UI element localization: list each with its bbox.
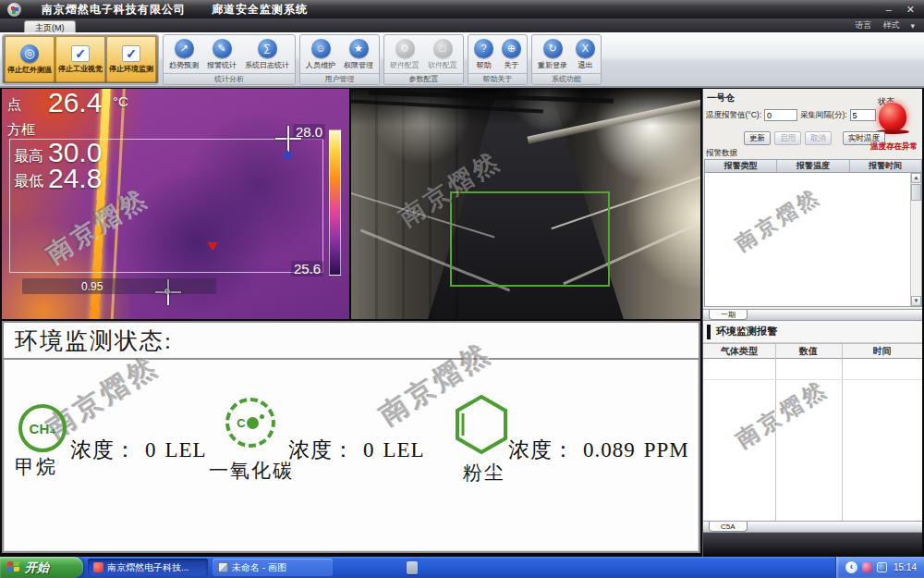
scrollbar[interactable]: ▲ ▼ bbox=[910, 173, 921, 306]
taskbar: 开始 南京熠然电子科技... 未命名 - 画图 ‹ 15:14 bbox=[0, 557, 924, 578]
min-temperature: 24.8 bbox=[48, 163, 102, 194]
software-config-button: □ 软件配置 bbox=[424, 37, 461, 72]
paint-icon bbox=[218, 562, 228, 572]
env-status-panel: 环境监测状态: 南京熠然 南京熠然 CH₄ 甲烷 浓度：0LEL C 一氧化碳 … bbox=[2, 321, 700, 553]
key-icon: ★ bbox=[349, 39, 369, 58]
tab-home[interactable]: 主页(M) bbox=[24, 20, 76, 32]
gear-icon: ⚙ bbox=[395, 39, 415, 58]
group-label: 帮助关于 bbox=[468, 73, 527, 84]
personnel-button[interactable]: ☺ 人员维护 bbox=[302, 37, 339, 72]
ribbon-group-users: ☺ 人员维护 ★ 权限管理 用户管理 bbox=[299, 34, 380, 85]
app-task-icon bbox=[93, 562, 103, 572]
group-label: 用户管理 bbox=[300, 73, 379, 84]
carbon-monoxide-icon: C bbox=[225, 398, 275, 448]
app-title: 廊道安全监测系统 bbox=[212, 2, 308, 18]
scroll-up-icon[interactable]: ▲ bbox=[911, 173, 921, 183]
right-panel: 一号仓 状态 温度报警值(°C): 采集间隔(分): 更新 启用 取消 实时温度… bbox=[702, 89, 922, 557]
alarm-stats-button[interactable]: ✎ 报警统计 bbox=[203, 37, 240, 72]
gas-name-methane: 甲烷 bbox=[15, 454, 57, 480]
methane-reading: 浓度：0LEL bbox=[70, 436, 215, 464]
language-bar-handle[interactable] bbox=[407, 561, 418, 574]
box-label: 方框 bbox=[7, 121, 35, 139]
temp-alarm-input[interactable] bbox=[764, 109, 797, 121]
check-icon: ✓ bbox=[122, 45, 140, 62]
blue-marker-icon bbox=[282, 150, 293, 158]
alarm-lamp bbox=[876, 103, 909, 134]
trend-predict-button[interactable]: ↗ 趋势预测 bbox=[165, 37, 202, 72]
group-label: 系统功能 bbox=[532, 73, 601, 84]
industrial-camera-view[interactable]: 南京熠然 bbox=[351, 89, 700, 319]
chevron-down-icon[interactable]: ▾ bbox=[910, 21, 915, 31]
interval-input[interactable] bbox=[850, 109, 876, 121]
permission-button[interactable]: ★ 权限管理 bbox=[340, 37, 377, 72]
group-label: 监测控制 bbox=[3, 83, 158, 85]
watermark: 南京熠然 bbox=[731, 182, 827, 258]
group-label: 参数配置 bbox=[384, 73, 463, 84]
scrollbar-thumb[interactable] bbox=[911, 184, 921, 201]
column-header[interactable]: 报警温度 bbox=[777, 160, 849, 172]
column-header[interactable]: 数值 bbox=[775, 344, 842, 358]
temperature-scale-bar bbox=[329, 129, 341, 276]
tray-chevron-icon[interactable]: ‹ bbox=[845, 561, 857, 573]
infrared-icon: ◎ bbox=[20, 44, 39, 63]
syslog-stats-button[interactable]: ∑ 系统日志统计 bbox=[241, 37, 293, 72]
co-reading: 浓度：0LEL bbox=[288, 436, 433, 464]
group-label: 统计分析 bbox=[164, 73, 295, 84]
env-alarm-header: 环境监测报警 bbox=[703, 321, 922, 343]
taskbar-item-paint[interactable]: 未命名 - 画图 bbox=[213, 559, 333, 576]
ribbon-group-config: ⚙ 硬件配置 □ 软件配置 参数配置 bbox=[383, 34, 464, 85]
gas-name-dust: 粉尘 bbox=[463, 460, 505, 486]
stop-vision-button[interactable]: ✓ 停止工业视觉 bbox=[55, 36, 105, 82]
tray-icon-1[interactable] bbox=[862, 562, 872, 572]
scale-min-value: 25.6 bbox=[291, 261, 323, 277]
trend-icon: ↗ bbox=[175, 39, 194, 58]
help-button[interactable]: ? 帮助 bbox=[470, 37, 497, 72]
column-header[interactable]: 报警类型 bbox=[705, 160, 777, 172]
exit-icon: X bbox=[576, 39, 595, 58]
interval-label: 采集间隔(分): bbox=[800, 110, 847, 121]
system-tray: ‹ 15:14 bbox=[835, 557, 924, 578]
tab-strip-csa: C5A bbox=[703, 521, 922, 533]
env-alarm-table: 气体类型 数值 时间 南京熠然 bbox=[703, 343, 922, 521]
person-icon: ☺ bbox=[311, 39, 331, 58]
pencil-icon: ✎ bbox=[213, 39, 232, 58]
column-header[interactable]: 气体类型 bbox=[703, 344, 775, 358]
taskbar-item-app[interactable]: 南京熠然电子科技... bbox=[88, 559, 208, 576]
cancel-button[interactable]: 取消 bbox=[805, 131, 832, 145]
question-icon: ? bbox=[474, 39, 493, 58]
monitor-icon: □ bbox=[433, 39, 453, 58]
column-header[interactable]: 报警时间 bbox=[850, 160, 921, 172]
start-button[interactable]: 开始 bbox=[0, 557, 83, 578]
close-icon[interactable]: ✕ bbox=[906, 4, 915, 16]
minimize-icon[interactable]: – bbox=[886, 4, 892, 16]
menu-style[interactable]: 样式 bbox=[882, 19, 899, 31]
thermal-camera-view[interactable]: 南京熠然 点 26.4 °C 方框 最高 30.0 最低 24.8 28.0 2… bbox=[2, 89, 349, 319]
detection-region-overlay bbox=[450, 191, 610, 287]
exit-button[interactable]: X 退出 bbox=[572, 37, 599, 72]
alarm-table: 报警类型 报警温度 报警时间 南京熠然 ▲ ▼ bbox=[704, 159, 922, 307]
column-header[interactable]: 时间 bbox=[842, 344, 922, 358]
menu-language[interactable]: 语言 bbox=[855, 19, 871, 31]
unit-label: °C bbox=[113, 93, 128, 109]
point-temperature: 26.4 bbox=[48, 89, 102, 118]
ribbon-group-statistics: ↗ 趋势预测 ✎ 报警统计 ∑ 系统日志统计 统计分析 bbox=[163, 34, 296, 85]
ribbon-group-system: ↻ 重新登录 X 退出 系统功能 bbox=[531, 34, 602, 85]
tab-strip-phase: 一期 bbox=[703, 309, 922, 321]
scroll-down-icon[interactable]: ▼ bbox=[911, 296, 921, 306]
alarm-lamp-icon bbox=[879, 103, 906, 131]
tab-csa[interactable]: C5A bbox=[709, 522, 748, 532]
windows-logo-icon bbox=[7, 561, 20, 574]
enable-button[interactable]: 启用 bbox=[774, 131, 801, 145]
update-button[interactable]: 更新 bbox=[744, 131, 771, 145]
stop-infrared-button[interactable]: ◎ 停止红外测温 bbox=[5, 36, 55, 82]
hardware-config-button: ⚙ 硬件配置 bbox=[386, 37, 423, 72]
point-label: 点 bbox=[7, 96, 21, 114]
menu-bar: 主页(M) 语言 样式 ▾ bbox=[0, 18, 924, 32]
env-alarm-title: 环境监测报警 bbox=[716, 325, 777, 338]
tab-phase1[interactable]: 一期 bbox=[709, 310, 748, 320]
relogin-button[interactable]: ↻ 重新登录 bbox=[534, 37, 571, 72]
about-button[interactable]: ⊕ 关于 bbox=[498, 37, 525, 72]
tray-icon-2[interactable] bbox=[877, 562, 887, 572]
dust-icon bbox=[453, 394, 510, 459]
stop-env-monitor-button[interactable]: ✓ 停止环境监测 bbox=[106, 36, 156, 82]
